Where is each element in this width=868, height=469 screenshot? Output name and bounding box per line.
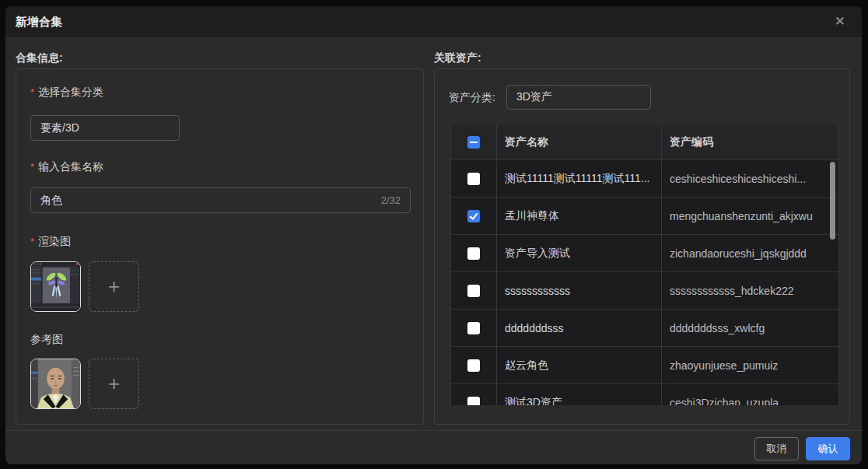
reference-thumbnail-graphic bbox=[31, 359, 80, 408]
plus-icon: + bbox=[108, 372, 120, 396]
confirm-button[interactable]: 确认 bbox=[806, 437, 850, 460]
asset-name: 赵云角色 bbox=[496, 347, 661, 383]
asset-code: dddddddsss_xwlcfg bbox=[661, 310, 838, 346]
row-checkbox[interactable] bbox=[467, 173, 480, 185]
asset-name: 资产导入测试 bbox=[496, 235, 661, 271]
linked-assets-panel: 资产分类: 3D资产 资产名称 资产编码 测试11111测试11111测试111… bbox=[434, 68, 850, 425]
reference-image-thumbnail[interactable] bbox=[30, 359, 81, 409]
table-row[interactable]: ssssssssssss ssssssssssss_hdckek222 bbox=[451, 271, 838, 309]
reference-image-label: 参考图 bbox=[30, 333, 63, 347]
category-value: 要素/3D bbox=[40, 121, 79, 135]
row-checkbox[interactable] bbox=[467, 285, 480, 297]
linked-assets-heading: 关联资产: bbox=[434, 51, 481, 65]
collection-name-input[interactable]: 角色 2/32 bbox=[30, 187, 411, 213]
table-row[interactable]: 孟川神尊体 mengchuanshenzunti_akjxwu bbox=[451, 197, 838, 234]
required-asterisk: * bbox=[30, 86, 34, 98]
category-label: *选择合集分类 bbox=[30, 86, 103, 100]
render-image-thumbnail[interactable] bbox=[30, 261, 81, 312]
select-all-checkbox[interactable] bbox=[467, 136, 480, 149]
cancel-button[interactable]: 取消 bbox=[754, 437, 799, 460]
asset-name: 测试3D资产 bbox=[496, 384, 661, 405]
char-counter: 2/32 bbox=[381, 194, 401, 206]
row-checkbox[interactable] bbox=[467, 322, 480, 334]
dialog-title: 新增合集 bbox=[16, 6, 62, 37]
asset-code: ssssssssssss_hdckek222 bbox=[661, 272, 838, 309]
column-header-name: 资产名称 bbox=[496, 125, 661, 159]
plus-icon: + bbox=[108, 275, 120, 299]
required-asterisk: * bbox=[30, 236, 34, 247]
render-image-label: *渲染图 bbox=[30, 235, 71, 249]
column-header-code: 资产编码 bbox=[661, 125, 838, 159]
reference-image-upload-button[interactable]: + bbox=[89, 359, 139, 409]
row-checkbox[interactable] bbox=[467, 359, 480, 372]
asset-table: 资产名称 资产编码 测试11111测试11111测试111... ceshice… bbox=[450, 125, 839, 405]
asset-name: 孟川神尊体 bbox=[496, 198, 661, 234]
category-select[interactable]: 要素/3D bbox=[30, 115, 180, 141]
asset-category-select[interactable]: 3D资产 bbox=[506, 85, 651, 110]
row-checkbox[interactable] bbox=[467, 210, 480, 222]
asset-name: ssssssssssss bbox=[496, 272, 661, 309]
asset-code: ceshiceshiceshiceshiceshi... bbox=[661, 160, 838, 197]
row-checkbox[interactable] bbox=[467, 247, 480, 260]
asset-code: zhaoyunjuese_pumuiz bbox=[661, 347, 838, 383]
required-asterisk: * bbox=[30, 161, 34, 173]
collection-info-panel: *选择合集分类 要素/3D *输入合集名称 角色 2/32 *渲染图 bbox=[16, 68, 424, 425]
page-background: 新增合集 ✕ 合集信息: 关联资产: *选择合集分类 要素/3D *输入合集名称… bbox=[0, 0, 868, 469]
asset-table-header: 资产名称 资产编码 bbox=[451, 125, 838, 159]
asset-category-value: 3D资产 bbox=[516, 90, 552, 104]
table-scrollbar-thumb[interactable] bbox=[830, 162, 835, 240]
table-row[interactable]: 赵云角色 zhaoyunjuese_pumuiz bbox=[451, 346, 838, 383]
asset-code: ceshi3Dzichan_uzupla bbox=[661, 384, 838, 405]
table-row[interactable]: 测试3D资产 ceshi3Dzichan_uzupla bbox=[451, 383, 838, 405]
table-row[interactable]: 资产导入测试 zichandaoruceshi_jqskgjddd bbox=[451, 234, 838, 271]
collection-name-value: 角色 bbox=[40, 194, 62, 208]
row-checkbox[interactable] bbox=[467, 397, 480, 406]
asset-code: mengchuanshenzunti_akjxwu bbox=[661, 198, 838, 234]
table-row[interactable]: 测试11111测试11111测试111... ceshiceshiceshice… bbox=[451, 159, 838, 197]
asset-name: dddddddsss bbox=[496, 310, 661, 346]
footer-divider bbox=[5, 430, 862, 431]
collection-info-heading: 合集信息: bbox=[16, 51, 63, 65]
render-thumbnail-graphic bbox=[31, 262, 80, 311]
name-label: *输入合集名称 bbox=[30, 160, 103, 174]
add-collection-dialog: 新增合集 ✕ 合集信息: 关联资产: *选择合集分类 要素/3D *输入合集名称… bbox=[5, 6, 862, 464]
asset-name: 测试11111测试11111测试111... bbox=[496, 160, 661, 197]
table-row[interactable]: dddddddsss dddddddsss_xwlcfg bbox=[451, 309, 838, 346]
asset-code: zichandaoruceshi_jqskgjddd bbox=[661, 235, 838, 271]
render-image-upload-button[interactable]: + bbox=[89, 261, 139, 312]
asset-category-label: 资产分类: bbox=[449, 85, 495, 110]
close-icon[interactable]: ✕ bbox=[835, 6, 845, 37]
dialog-header: 新增合集 ✕ bbox=[5, 6, 862, 37]
